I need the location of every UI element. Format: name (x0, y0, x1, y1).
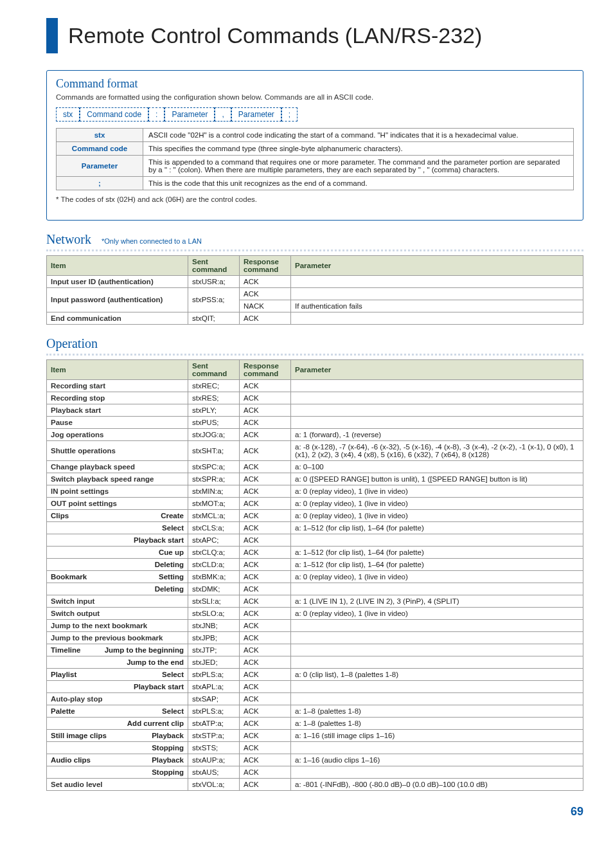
cell-param: a: 1 (LIVE IN 1), 2 (LIVE IN 2), 3 (PinP… (291, 595, 583, 607)
page-title: Remote Control Commands (LAN/RS-232) (68, 23, 583, 48)
network-th-sent: Sent command (188, 255, 240, 275)
operation-section-head: Operation (46, 336, 583, 351)
cell-resp: ACK (240, 509, 291, 521)
fmt-row: stxASCII code "02H" is a control code in… (57, 129, 574, 142)
network-table: Item Sent command Response command Param… (46, 255, 583, 325)
cell-resp: ACK (240, 766, 291, 778)
operation-th-sent: Sent command (188, 359, 240, 379)
table-row: SelectstxCLS:a;ACKa: 1–512 (for clip lis… (47, 521, 583, 534)
cell-param (291, 312, 583, 324)
cell-resp: ACK (240, 275, 291, 287)
cell-item: Playback start (47, 680, 188, 692)
cell-item: OUT point settings (47, 497, 188, 509)
cell-sent: stxMOT:a; (188, 497, 240, 509)
command-format-heading: Command format (56, 77, 574, 91)
fmt-label: stx (57, 129, 143, 142)
syntax-token: Parameter (164, 107, 215, 122)
table-row: Switch inputstxSLI:a;ACKa: 1 (LIVE IN 1)… (47, 595, 583, 607)
cell-resp: ACK (240, 729, 291, 741)
cell-resp: ACK (240, 558, 291, 570)
cell-sent: stxUSR:a; (188, 275, 240, 287)
cell-param: a: -801 (-INFdB), -800 (-80.0 dB)–0 (0.0… (291, 778, 583, 790)
syntax-token: Parameter (231, 107, 281, 122)
network-th-param: Parameter (291, 255, 583, 275)
table-row: PlaylistSelectstxPLS:a;ACKa: 0 (clip lis… (47, 668, 583, 680)
cell-sent: stxCLD:a; (188, 558, 240, 570)
table-row: Jump to the endstxJED;ACK (47, 656, 583, 668)
cell-sent: stxJOG:a; (188, 428, 240, 440)
cell-item: Deleting (47, 583, 188, 595)
cell-sent: stxPLS:a; (188, 705, 240, 717)
page-number: 69 (46, 805, 583, 818)
table-row: Shuttle operationsstxSHT:a;ACKa: -8 (x-1… (47, 440, 583, 460)
cell-resp: ACK (240, 741, 291, 754)
table-row: Playback startstxPLY;ACK (47, 404, 583, 416)
operation-th-resp: Response command (240, 359, 291, 379)
table-row: Recording stopstxRES;ACK (47, 392, 583, 404)
cell-sent: stxPSS:a; (188, 287, 240, 312)
table-row: End communicationstxQIT;ACK (47, 312, 583, 324)
divider-dots (46, 354, 583, 356)
cell-resp: ACK (240, 379, 291, 392)
cell-item: Select (47, 521, 188, 534)
table-row: Switch playback speed rangestxSPR:a;ACKa… (47, 473, 583, 485)
cell-resp: ACK (240, 631, 291, 644)
cell-sent: stxSAP; (188, 692, 240, 705)
cell-param (291, 619, 583, 631)
cell-param: a: 0 ([SPEED RANGE] button is unlit), 1 … (291, 473, 583, 485)
command-format-box: Command format Commands are formatted us… (46, 70, 583, 221)
cell-resp: ACK (240, 312, 291, 324)
cell-item: PlaylistSelect (47, 668, 188, 680)
cell-sent: stxSLO:a; (188, 607, 240, 619)
page: Remote Control Commands (LAN/RS-232) Com… (0, 0, 613, 831)
cell-resp: ACK (240, 692, 291, 705)
cell-sent: stxAUS; (188, 766, 240, 778)
cell-param (291, 287, 583, 300)
cell-param: If authentication fails (291, 300, 583, 312)
cell-sent: stxJNB; (188, 619, 240, 631)
cell-resp: ACK (240, 416, 291, 428)
cell-item: Jump to the end (47, 656, 188, 668)
cell-sent: stxSLI:a; (188, 595, 240, 607)
table-row: DeletingstxDMK;ACK (47, 583, 583, 595)
network-th-resp: Response command (240, 255, 291, 275)
network-note: *Only when connected to a LAN (102, 237, 202, 245)
cell-resp: NACK (240, 300, 291, 312)
table-row: Playback startstxAPL:a;ACK (47, 680, 583, 692)
cell-param (291, 534, 583, 546)
cell-param (291, 379, 583, 392)
operation-th-param: Parameter (291, 359, 583, 379)
cell-sent: stxCLS:a; (188, 521, 240, 534)
fmt-text: This specifies the command type (three s… (143, 142, 574, 156)
cell-sent: stxJPB; (188, 631, 240, 644)
cell-param: a: 1–16 (still image clips 1–16) (291, 729, 583, 741)
cell-resp: ACK (240, 754, 291, 766)
cell-item: Stopping (47, 766, 188, 778)
cell-param (291, 392, 583, 404)
cell-param: a: 1–512 (for clip list), 1–64 (for pale… (291, 546, 583, 558)
cell-resp: ACK (240, 473, 291, 485)
cell-item: Cue up (47, 546, 188, 558)
syntax-token: stx (56, 107, 80, 122)
cell-resp: ACK (240, 460, 291, 473)
table-row: Cue upstxCLQ:a;ACKa: 1–512 (for clip lis… (47, 546, 583, 558)
table-row: Input password (authentication)stxPSS:a;… (47, 287, 583, 300)
cell-sent: stxATP:a; (188, 717, 240, 729)
cell-item: IN point settings (47, 485, 188, 497)
table-row: Input user ID (authentication)stxUSR:a;A… (47, 275, 583, 287)
cell-resp: ACK (240, 607, 291, 619)
cell-param (291, 583, 583, 595)
cell-item: PaletteSelect (47, 705, 188, 717)
cell-sent: stxPUS; (188, 416, 240, 428)
table-row: Change playback speedstxSPC:a;ACKa: 0–10… (47, 460, 583, 473)
cell-param: a: 0 (replay video), 1 (live in video) (291, 497, 583, 509)
cell-resp: ACK (240, 485, 291, 497)
cell-item: Auto-play stop (47, 692, 188, 705)
cell-sent: stxRES; (188, 392, 240, 404)
fmt-row: Command codeThis specifies the command t… (57, 142, 574, 156)
table-row: StoppingstxSTS;ACK (47, 741, 583, 754)
cell-item: Shuttle operations (47, 440, 188, 460)
cell-param (291, 692, 583, 705)
cell-item: ClipsCreate (47, 509, 188, 521)
cell-item: Pause (47, 416, 188, 428)
